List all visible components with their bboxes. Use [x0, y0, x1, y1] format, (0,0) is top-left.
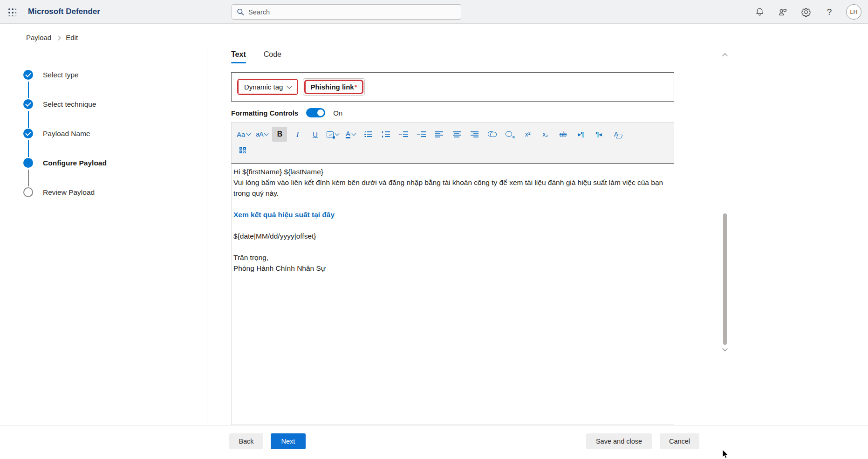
underline-icon [313, 131, 318, 138]
vertical-scrollbar[interactable] [722, 52, 728, 352]
app-title: Microsoft Defender [28, 7, 100, 16]
notifications-button[interactable] [753, 6, 766, 19]
tab-text[interactable]: Text [231, 47, 246, 65]
chevron-down-icon [264, 131, 269, 136]
avatar[interactable]: LH [846, 4, 861, 20]
qr-code-button[interactable] [235, 143, 250, 158]
bullet-list-button[interactable] [361, 127, 376, 142]
superscript-button[interactable] [520, 127, 535, 142]
global-search[interactable] [232, 4, 461, 20]
rtl-paragraph-button[interactable] [591, 127, 606, 142]
email-body-editor[interactable]: Hi ${firstName} ${lastName} Vui lòng bấm… [231, 164, 674, 425]
breadcrumb: Payload Edit [26, 24, 78, 51]
app-launcher-button[interactable] [0, 0, 23, 24]
indent-icon [417, 131, 426, 137]
chevron-right-icon [56, 35, 61, 40]
scrollbar-thumb[interactable] [723, 213, 727, 345]
stepper-step-select-type: Select type [23, 70, 191, 99]
content-divider [207, 51, 207, 425]
step-check-icon [23, 129, 33, 138]
ltr-paragraph-button[interactable] [573, 127, 588, 142]
align-right-button[interactable] [467, 127, 482, 142]
back-button[interactable]: Back [229, 433, 263, 449]
settings-button[interactable] [800, 6, 813, 19]
stepper-step-payload-name: Payload Name [23, 129, 191, 158]
font-color-button[interactable] [343, 127, 358, 142]
breadcrumb-payload[interactable]: Payload [26, 34, 51, 41]
formatting-controls-toggle[interactable] [306, 108, 325, 117]
italic-button[interactable] [290, 127, 305, 142]
ltr-paragraph-icon [578, 131, 584, 137]
outdent-button[interactable] [396, 127, 411, 142]
align-left-button[interactable] [431, 127, 446, 142]
subscript-button[interactable] [538, 127, 553, 142]
dynamic-tag-highlight: Dynamic tag [237, 79, 298, 95]
scroll-down-icon[interactable] [722, 346, 727, 351]
feedback-button[interactable] [776, 6, 789, 19]
unlink-button[interactable] [502, 127, 517, 142]
highlight-icon [327, 131, 334, 137]
configure-payload-panel: Text Code Dynamic tag Phishing link* For… [231, 47, 674, 65]
notifications-bell-icon [755, 7, 765, 17]
unlink-icon [506, 131, 514, 137]
required-asterisk: * [355, 83, 357, 91]
stepper-step-row[interactable]: Select technique [23, 99, 191, 109]
indent-button[interactable] [414, 127, 429, 142]
strikethrough-icon [560, 131, 567, 137]
align-right-icon [471, 131, 478, 137]
phishing-link-text[interactable]: Xem kết quả hiệu suất tại đây [233, 209, 672, 220]
wizard-footer: Back Next Save and close Cancel [0, 425, 868, 459]
next-button[interactable]: Next [271, 433, 306, 449]
stepper-step-review-payload: Review Payload [23, 187, 191, 217]
step-label: Configure Payload [43, 159, 107, 167]
cancel-button[interactable]: Cancel [660, 433, 699, 449]
stepper-step-select-technique: Select technique [23, 99, 191, 129]
superscript-icon [525, 131, 531, 137]
scroll-up-icon[interactable] [722, 53, 727, 58]
underline-button[interactable] [308, 127, 322, 142]
numbered-list-button[interactable] [378, 127, 393, 142]
chevron-down-icon [352, 131, 356, 136]
font-color-icon [346, 130, 350, 138]
align-center-button[interactable] [449, 127, 464, 142]
font-size-button[interactable] [254, 127, 269, 142]
strikethrough-button[interactable] [555, 127, 570, 142]
stepper-step-row[interactable]: Payload Name [23, 129, 191, 138]
blank-line [233, 220, 672, 231]
step-check-icon [23, 99, 33, 109]
step-label: Payload Name [43, 130, 90, 138]
step-connector [28, 140, 29, 157]
chevron-down-icon [246, 131, 251, 136]
clear-formatting-button[interactable] [608, 127, 623, 142]
feedback-icon [778, 7, 788, 17]
phishing-link-button[interactable]: Phishing link* [303, 78, 364, 96]
search-input[interactable] [248, 8, 456, 16]
body-greeting: Hi ${firstName} ${lastName} [233, 166, 672, 177]
help-button[interactable]: ? [823, 6, 836, 19]
outdent-icon [399, 131, 408, 137]
italic-icon [296, 130, 299, 138]
tag-insert-bar: Dynamic tag Phishing link* [231, 72, 674, 102]
stepper-step-row[interactable]: Configure Payload [23, 158, 191, 168]
step-connector [28, 170, 29, 186]
highlight-button[interactable] [325, 127, 340, 142]
step-label: Select technique [43, 100, 96, 109]
phishing-link-highlight: Phishing link* [304, 80, 363, 94]
link-button[interactable] [485, 127, 499, 142]
editor-tabs: Text Code [231, 47, 674, 65]
font-family-button[interactable] [235, 127, 252, 142]
search-icon [237, 8, 244, 16]
save-and-close-button[interactable]: Save and close [586, 433, 652, 449]
toggle-knob [317, 110, 324, 116]
toolbar-row-2 [235, 142, 670, 158]
chevron-down-icon [335, 131, 340, 136]
stepper-step-row[interactable]: Review Payload [23, 187, 191, 197]
numbered-list-icon [382, 131, 390, 137]
tab-code[interactable]: Code [264, 47, 281, 65]
wizard-stepper: Select typeSelect techniquePayload NameC… [23, 70, 191, 217]
toolbar-row-1 [235, 126, 670, 142]
align-left-icon [435, 131, 443, 137]
dynamic-tag-dropdown[interactable]: Dynamic tag [239, 80, 297, 94]
bold-button[interactable] [272, 127, 287, 142]
stepper-step-row[interactable]: Select type [23, 70, 191, 80]
